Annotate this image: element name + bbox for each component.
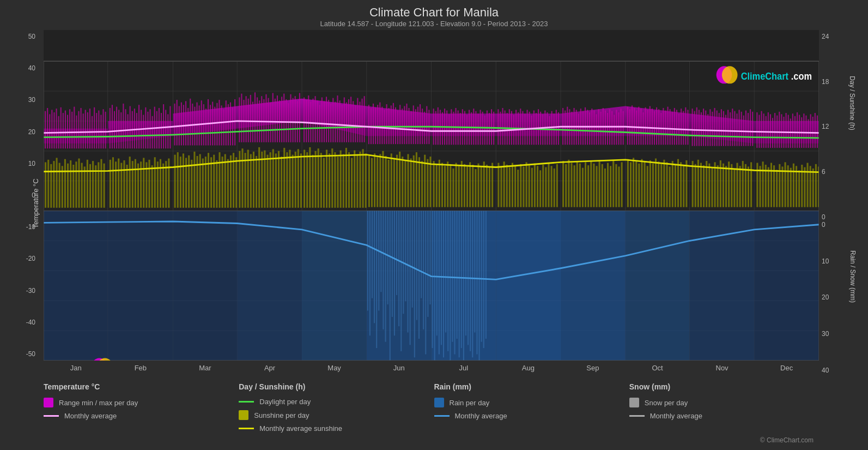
svg-rect-568 — [644, 161, 646, 207]
svg-rect-301 — [683, 111, 684, 145]
svg-rect-421 — [222, 157, 223, 208]
y-right-rain-10: 10 — [822, 257, 829, 265]
x-axis: Jan Feb Mar Apr May Jun Jul Aug Sep Oct … — [44, 361, 819, 377]
svg-rect-554 — [602, 164, 603, 207]
svg-rect-503 — [452, 169, 454, 207]
svg-rect-434 — [258, 147, 260, 208]
svg-rect-394 — [143, 158, 144, 207]
svg-rect-187 — [420, 104, 421, 144]
svg-rect-294 — [667, 107, 669, 145]
svg-rect-104 — [228, 104, 229, 145]
svg-rect-455 — [318, 148, 319, 208]
svg-rect-168 — [377, 105, 378, 144]
svg-rect-569 — [647, 166, 648, 207]
svg-rect-414 — [202, 159, 204, 208]
svg-rect-374 — [84, 166, 86, 207]
svg-rect-108 — [239, 97, 240, 142]
y-left-label-m50: -50 — [14, 350, 35, 358]
svg-rect-371 — [75, 161, 77, 208]
svg-rect-303 — [687, 110, 688, 145]
svg-rect-153 — [342, 105, 343, 142]
svg-rect-567 — [641, 159, 642, 207]
svg-rect-247 — [558, 112, 559, 145]
svg-rect-468 — [354, 151, 355, 208]
svg-rect-365 — [59, 163, 60, 208]
svg-rect-160 — [357, 98, 358, 142]
svg-rect-542 — [568, 160, 569, 207]
svg-rect-384 — [115, 161, 117, 208]
svg-point-718 — [722, 66, 738, 83]
svg-rect-119 — [263, 99, 264, 142]
svg-rect-626 — [812, 169, 814, 207]
svg-rect-431 — [250, 154, 252, 208]
svg-rect-610 — [768, 167, 769, 207]
legend-sunshine-avg: Monthly average sunshine — [239, 424, 434, 433]
sunshine-day-swatch — [239, 410, 248, 420]
svg-rect-115 — [254, 92, 256, 142]
legend-sunshine-day-label: Sunshine per day — [254, 411, 309, 419]
svg-rect-551 — [593, 164, 594, 207]
svg-rect-640 — [754, 211, 819, 361]
svg-rect-350 — [797, 112, 798, 148]
chart-subtitle: Latitude 14.587 - Longitude 121.003 - El… — [11, 20, 857, 28]
svg-rect-471 — [362, 149, 364, 207]
svg-rect-129 — [286, 99, 287, 142]
legend-daylight-label: Daylight per day — [259, 398, 311, 406]
svg-rect-453 — [312, 155, 313, 208]
y-right-0: 0 — [822, 213, 829, 221]
svg-rect-52 — [110, 108, 111, 148]
svg-rect-508 — [466, 166, 468, 207]
legend-temp-range: Range min / max per day — [44, 398, 239, 407]
svg-rect-519 — [500, 166, 502, 207]
svg-rect-504 — [456, 163, 457, 207]
svg-rect-158 — [353, 101, 354, 142]
svg-rect-680 — [454, 211, 455, 355]
chart-title: Climate Chart for Manila — [11, 5, 857, 20]
svg-rect-417 — [210, 157, 212, 208]
svg-rect-312 — [709, 109, 711, 146]
svg-rect-615 — [781, 166, 783, 207]
svg-rect-338 — [770, 114, 771, 148]
svg-rect-152 — [339, 100, 341, 142]
svg-rect-323 — [734, 111, 735, 146]
svg-rect-361 — [47, 160, 49, 208]
svg-rect-120 — [265, 94, 266, 142]
svg-rect-518 — [497, 163, 499, 207]
x-label-oct: Oct — [625, 364, 690, 372]
svg-rect-679 — [452, 211, 453, 342]
svg-rect-141 — [315, 96, 316, 142]
svg-rect-526 — [520, 164, 521, 207]
svg-rect-556 — [607, 163, 609, 207]
svg-rect-329 — [748, 113, 749, 146]
svg-rect-588 — [703, 165, 705, 207]
svg-rect-398 — [154, 157, 156, 208]
svg-rect-124 — [275, 99, 276, 142]
legend-rain-title: Rain (mm) — [434, 382, 629, 391]
legend-snow-per-day: Snow per day — [629, 398, 824, 407]
svg-rect-58 — [123, 104, 124, 148]
rain-day-swatch — [434, 398, 444, 407]
svg-rect-641 — [367, 211, 368, 311]
svg-rect-172 — [386, 104, 387, 144]
svg-rect-81 — [177, 100, 178, 145]
svg-rect-155 — [346, 103, 347, 142]
svg-rect-35 — [69, 109, 70, 148]
svg-rect-105 — [230, 103, 231, 146]
svg-rect-667 — [425, 211, 426, 355]
svg-rect-383 — [112, 157, 114, 208]
y-left-label-40: 40 — [14, 64, 35, 72]
svg-rect-572 — [655, 159, 657, 207]
svg-rect-379 — [98, 162, 99, 207]
svg-rect-40 — [81, 108, 82, 148]
svg-rect-474 — [371, 158, 373, 207]
svg-rect-139 — [310, 101, 311, 142]
svg-rect-324 — [736, 113, 737, 146]
svg-rect-654 — [396, 211, 397, 295]
svg-rect-164 — [368, 105, 369, 144]
copyright-text: © ClimeChart.com — [11, 433, 857, 445]
svg-rect-184 — [413, 105, 414, 144]
svg-rect-678 — [450, 211, 451, 361]
svg-rect-174 — [391, 105, 392, 144]
svg-rect-212 — [477, 113, 478, 145]
y-left-label-30: 30 — [14, 96, 35, 104]
